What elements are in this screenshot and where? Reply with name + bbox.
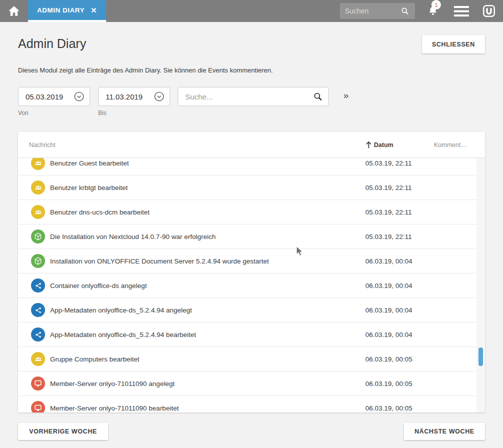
users-icon <box>31 352 45 366</box>
package-icon <box>31 230 45 244</box>
event-date: 06.03.19, 00:04 <box>365 331 434 338</box>
event-date: 06.03.19, 00:04 <box>365 306 434 314</box>
event-date: 06.03.19, 00:05 <box>365 356 434 363</box>
event-message: Member-Server onlyo-71011090 bearbeitet <box>50 404 179 412</box>
event-message: Benutzer krbtgt bearbeitet <box>50 184 128 192</box>
page-header: Admin Diary SCHLIESSEN <box>18 22 485 50</box>
event-date: 06.03.19, 00:04 <box>365 258 434 265</box>
table-row[interactable]: Gruppe Computers bearbeitet 06.03.19, 00… <box>18 347 479 372</box>
event-date: 06.03.19, 00:05 <box>365 404 434 412</box>
date-to-label: Bis <box>98 110 170 116</box>
event-message: Benutzer Guest bearbeitet <box>50 160 129 167</box>
close-button[interactable]: SCHLIESSEN <box>422 35 485 54</box>
search-input[interactable] <box>185 92 312 101</box>
event-message: Member-Server onlyo-71011090 angelegt <box>50 380 175 388</box>
calendar-dropdown-icon[interactable] <box>74 91 85 102</box>
event-date: 05.03.19, 22:11 <box>365 233 434 240</box>
top-bar: ADMIN DIARY ✕ 1 <box>0 0 503 22</box>
event-date: 06.03.19, 00:05 <box>365 380 434 388</box>
global-search-input[interactable] <box>345 7 400 15</box>
table-row[interactable]: Container onlyoffice-ds angelegt 06.03.1… <box>18 274 479 298</box>
event-date: 05.03.19, 22:11 <box>365 184 434 192</box>
menu-button[interactable] <box>454 6 469 16</box>
table-row[interactable]: Benutzer Guest bearbeitet 05.03.19, 22:1… <box>18 158 479 176</box>
filter-bar: Von Bis <box>18 87 485 116</box>
date-from-field: Von <box>18 87 90 116</box>
next-week-button[interactable]: NÄCHSTE WOCHE <box>404 423 485 440</box>
univention-logo-icon <box>482 4 496 18</box>
computer-icon <box>31 376 45 390</box>
pagination-bar: VORHERIGE WOCHE NÄCHSTE WOCHE <box>18 423 485 440</box>
users-icon <box>31 205 45 219</box>
event-message: Container onlyoffice-ds angelegt <box>50 282 147 290</box>
date-to-field: Bis <box>98 87 170 116</box>
table-row[interactable]: App-Metadaten onlyoffice-ds_5.2.4.94 bea… <box>18 322 479 347</box>
tab-admin-diary[interactable]: ADMIN DIARY ✕ <box>28 0 106 22</box>
table-row[interactable]: App-Metadaten onlyoffice-ds_5.2.4.94 ang… <box>18 298 479 322</box>
scrollbar-thumb[interactable] <box>478 348 483 366</box>
users-icon <box>31 158 45 170</box>
column-header-comment[interactable]: Komment… <box>434 142 485 148</box>
event-date: 05.03.19, 22:11 <box>365 208 434 216</box>
table-row[interactable]: Benutzer krbtgt bearbeitet 05.03.19, 22:… <box>18 176 479 200</box>
table-body: Benutzer Guest bearbeitet 05.03.19, 22:1… <box>18 158 479 412</box>
home-icon <box>7 4 21 18</box>
search-box[interactable] <box>178 87 329 106</box>
date-to-input[interactable] <box>106 92 154 101</box>
table-row[interactable]: Die Installation von Nextcloud 14.0.7-90… <box>18 224 479 249</box>
table-row[interactable]: Benutzer dns-ucs-dcm bearbeitet 05.03.19… <box>18 200 479 224</box>
date-to-box[interactable] <box>98 87 170 106</box>
column-header-message[interactable]: Nachricht <box>18 142 365 148</box>
previous-week-button[interactable]: VORHERIGE WOCHE <box>18 423 108 440</box>
diary-table: Nachricht Datum Komment… Benutzer Guest … <box>18 132 485 412</box>
date-from-input[interactable] <box>26 92 74 101</box>
computer-icon <box>31 401 45 412</box>
event-date: 05.03.19, 22:11 <box>365 160 434 167</box>
module-description: Dieses Modul zeigt alle Einträge des Adm… <box>18 66 485 74</box>
home-button[interactable] <box>0 0 28 22</box>
share-icon <box>31 278 45 292</box>
event-message: Installation von ONLYOFFICE Document Ser… <box>50 258 269 265</box>
search-icon[interactable] <box>400 6 410 16</box>
event-message: Benutzer dns-ucs-dcm bearbeitet <box>50 208 150 216</box>
search-field <box>178 87 329 106</box>
module-content: Admin Diary SCHLIESSEN Dieses Modul zeig… <box>0 22 503 440</box>
table-row[interactable]: Member-Server onlyo-71011090 bearbeitet … <box>18 396 479 412</box>
double-chevron-right-icon[interactable]: » <box>343 90 349 100</box>
package-icon <box>31 254 45 268</box>
table-header: Nachricht Datum Komment… <box>18 132 485 158</box>
date-from-label: Von <box>18 110 90 116</box>
search-icon[interactable] <box>312 91 323 102</box>
page-title: Admin Diary <box>18 22 485 50</box>
date-from-box[interactable] <box>18 87 90 106</box>
users-icon <box>31 180 45 194</box>
event-message: Die Installation von Nextcloud 14.0.7-90… <box>50 233 216 240</box>
event-message: Gruppe Computers bearbeitet <box>50 356 140 363</box>
hamburger-icon <box>454 6 469 16</box>
tab-close-icon[interactable]: ✕ <box>91 6 97 14</box>
table-row[interactable]: Member-Server onlyo-71011090 angelegt 06… <box>18 372 479 396</box>
global-search[interactable] <box>340 3 415 19</box>
univention-logo[interactable] <box>482 4 496 18</box>
event-message: App-Metadaten onlyoffice-ds_5.2.4.94 ang… <box>50 306 192 314</box>
share-icon <box>31 303 45 317</box>
topbar-actions: 1 <box>340 0 503 22</box>
sort-ascending-icon <box>365 141 372 148</box>
table-rows: Benutzer Guest bearbeitet 05.03.19, 22:1… <box>18 158 479 412</box>
share-icon <box>31 328 45 342</box>
event-message: App-Metadaten onlyoffice-ds_5.2.4.94 bea… <box>50 331 196 338</box>
scrollbar-track[interactable] <box>476 158 485 412</box>
event-date: 06.03.19, 00:04 <box>365 282 434 290</box>
notifications-button[interactable]: 1 <box>427 4 439 18</box>
column-header-date[interactable]: Datum <box>365 141 434 148</box>
notification-badge: 1 <box>431 0 441 10</box>
table-row[interactable]: Installation von ONLYOFFICE Document Ser… <box>18 249 479 274</box>
tab-label: ADMIN DIARY <box>37 6 85 14</box>
calendar-dropdown-icon[interactable] <box>154 91 165 102</box>
